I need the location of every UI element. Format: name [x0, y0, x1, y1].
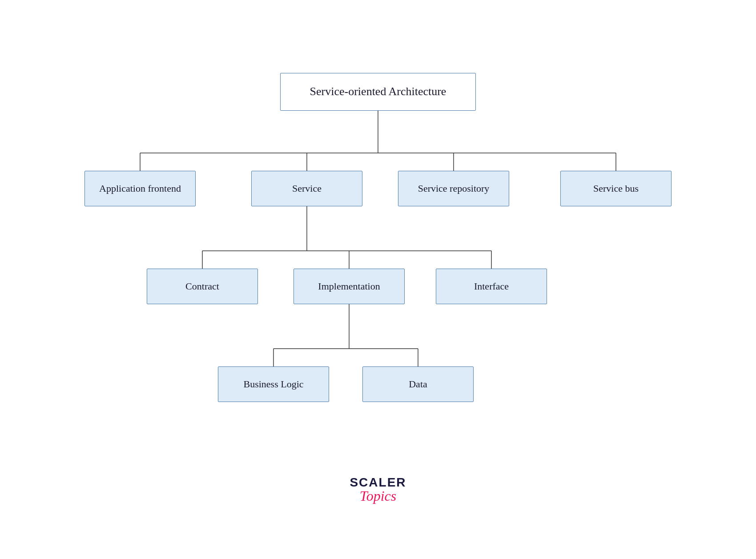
brand-logo: SCALER Topics — [350, 475, 406, 504]
service-bus-node: Service bus — [560, 171, 672, 206]
contract-node: Contract — [147, 269, 258, 304]
service-repository-node: Service repository — [398, 171, 509, 206]
business-logic-node: Business Logic — [218, 366, 329, 402]
diagram-container: Service-oriented Architecture Applicatio… — [67, 46, 689, 513]
implementation-node: Implementation — [294, 269, 405, 304]
brand-topics-text: Topics — [350, 488, 406, 504]
service-node: Service — [251, 171, 362, 206]
root-node: Service-oriented Architecture — [280, 73, 476, 111]
data-node: Data — [362, 366, 474, 402]
interface-node: Interface — [436, 269, 547, 304]
app-frontend-node: Application frontend — [84, 171, 196, 206]
